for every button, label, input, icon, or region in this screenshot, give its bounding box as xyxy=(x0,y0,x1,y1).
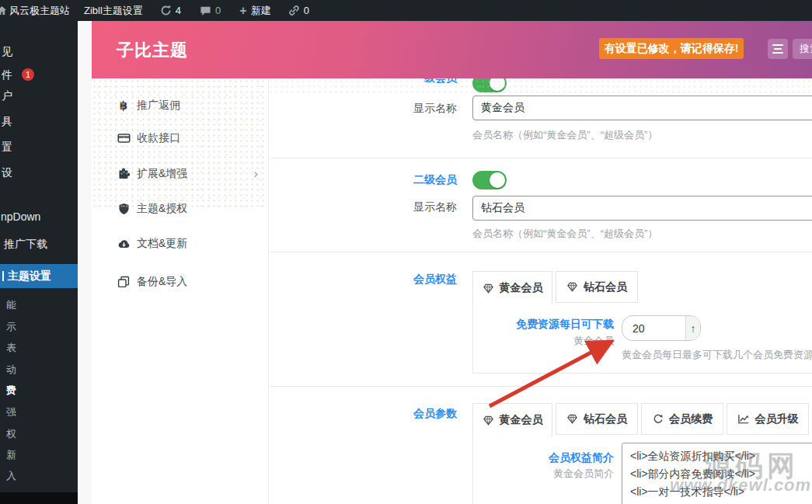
tab-label: 黄金会员 xyxy=(500,281,543,295)
intro-label: 会员权益简介 xyxy=(482,451,614,465)
sidebar-item-zibll-theme-settings-active[interactable]: 主题设置 xyxy=(0,264,78,288)
intro-sublabel: 黄金会员简介 xyxy=(482,467,614,481)
adminbar-links[interactable]: 0 xyxy=(281,0,316,21)
tier2-name-input[interactable] xyxy=(472,196,812,221)
submenu-item-display[interactable]: 示 xyxy=(6,320,16,334)
chevron-right-icon: › xyxy=(253,169,258,179)
sidebar-item-npdown[interactable]: npDown xyxy=(1,210,40,223)
section-divider xyxy=(270,158,812,158)
tab-label: 会员续费 xyxy=(669,412,713,426)
menu-label: 扩展&增强 xyxy=(137,167,187,181)
tab-rights-gold[interactable]: 黄金会员 xyxy=(472,271,552,304)
tier2-toggle[interactable] xyxy=(472,171,507,189)
menu-label: 推广返佣 xyxy=(137,99,180,113)
menu-label: 主题&授权 xyxy=(137,202,187,216)
menu-list-button[interactable] xyxy=(768,39,788,59)
new-label: 新建 xyxy=(251,4,271,18)
cloud-download-icon xyxy=(117,238,131,250)
wp-admin-bar: 风云极主题站 Zibll主题设置 4 0 + 新建 0 xyxy=(0,0,812,21)
zibll-theme-settings-page: 见 件 1 户 具 置 设 npDown 推广下载 商城 主题设置 能 示 表 … xyxy=(0,0,812,504)
sidebar-item-settings[interactable]: 置 xyxy=(2,141,12,155)
wp-admin-sidebar: 见 件 1 户 具 置 设 npDown 推广下载 商城 主题设置 能 示 表 … xyxy=(0,21,78,504)
list-icon xyxy=(772,52,783,54)
plus-icon: + xyxy=(239,4,246,18)
adminbar-new[interactable]: + 新建 xyxy=(232,0,277,21)
stepper-up-button[interactable]: ↑ xyxy=(685,316,700,340)
page-title: 子比主题 xyxy=(117,39,188,62)
submenu-item-update[interactable]: 新 xyxy=(6,448,16,462)
submenu-item-payment-active[interactable]: 费 xyxy=(6,384,16,398)
bitcoin-icon: ฿ xyxy=(117,99,131,113)
tier2-label: 二级会员 xyxy=(348,173,457,187)
adminbar-zibll-settings[interactable]: Zibll主题设置 xyxy=(77,0,150,21)
update-icon xyxy=(160,5,172,16)
update-count: 4 xyxy=(176,5,181,16)
sidebar-bottom-strip xyxy=(0,492,78,504)
menu-label: 备份&导入 xyxy=(137,275,187,289)
tier1-name-label: 显示名称 xyxy=(348,102,457,116)
tab-params-upgrade[interactable]: 会员升级 xyxy=(727,403,809,435)
submenu-item-list[interactable]: 表 xyxy=(6,341,16,355)
tier2-name-label: 显示名称 xyxy=(348,200,457,214)
rights-section-label: 会员权益 xyxy=(348,273,457,287)
tab-label: 会员升级 xyxy=(755,412,799,426)
tab-rights-diamond[interactable]: 钻石会员 xyxy=(556,271,638,303)
annotation-arrow xyxy=(466,322,637,419)
active-menu-label: 主题设置 xyxy=(8,269,51,283)
menu-item-extensions[interactable]: 扩展&增强 › xyxy=(92,161,267,187)
menu-item-commission[interactable]: ฿ 推广返佣 xyxy=(92,92,267,119)
link-count: 0 xyxy=(304,5,309,16)
sidebar-item-plugin1[interactable]: 设 xyxy=(2,166,12,180)
card-icon xyxy=(117,132,131,144)
tier1-name-input[interactable] xyxy=(472,96,812,120)
save-notice-button[interactable]: 有设置已修改，请记得保存! xyxy=(599,38,744,59)
admin-content-gap xyxy=(78,21,92,504)
home-icon xyxy=(0,5,7,16)
list-icon xyxy=(772,44,783,46)
submenu-item-features[interactable]: 能 xyxy=(6,298,16,312)
backup-icon xyxy=(117,276,131,288)
comment-icon xyxy=(200,5,211,16)
comment-count: 0 xyxy=(215,5,221,16)
menu-label: 文档&更新 xyxy=(137,237,187,251)
menu-item-license[interactable]: 主题&授权 xyxy=(92,196,267,222)
menu-label: 收款接口 xyxy=(137,131,180,145)
menu-item-backup-import[interactable]: 备份&导入 xyxy=(92,269,267,295)
tier2-help-text: 会员名称（例如“黄金会员”、“超级会员”） xyxy=(472,227,812,241)
submenu-item-interaction[interactable]: 动 xyxy=(6,363,16,377)
plugin-update-badge: 1 xyxy=(22,68,34,81)
daily-download-help: 黄金会员每日最多可下载几个会员免费资源 xyxy=(622,348,812,362)
menu-item-payment-api[interactable]: 收款接口 xyxy=(92,125,267,151)
submenu-item-enhance[interactable]: 强 xyxy=(6,405,16,419)
link-icon xyxy=(288,5,300,16)
params-panel-border xyxy=(472,436,473,504)
tab-params-renew[interactable]: 会员续费 xyxy=(641,403,723,435)
toggle-knob xyxy=(490,172,505,188)
sidebar-item-users[interactable]: 户 xyxy=(2,89,12,103)
adminbar-comments[interactable]: 0 xyxy=(193,0,228,21)
tier1-help-text: 会员名称（例如“黄金会员”、“超级会员”） xyxy=(472,128,812,142)
theme-settings-menu: ฿ 推广返佣 收款接口 扩展&增强 › 主题&授权 文档&更新 xyxy=(92,78,269,504)
list-icon xyxy=(774,48,782,50)
search-button[interactable]: 搜索 xyxy=(793,39,812,59)
params-section-label: 会员参数 xyxy=(348,407,457,421)
watermark-url: www.dkewl.com xyxy=(670,475,811,495)
sidebar-item-promo-download[interactable]: 推广下载 xyxy=(4,238,47,252)
partial-glyph xyxy=(2,271,4,281)
section-divider xyxy=(270,252,812,252)
menu-item-docs-update[interactable]: 文档&更新 xyxy=(92,231,267,257)
extension-icon xyxy=(117,168,131,180)
sidebar-item-tools[interactable]: 具 xyxy=(2,115,12,129)
tab-label: 钻石会员 xyxy=(584,280,627,294)
sidebar-item-appearance[interactable]: 见 xyxy=(2,45,12,59)
gem-icon xyxy=(566,281,578,293)
theme-header: 子比主题 有设置已修改，请记得保存! 搜索 xyxy=(92,21,812,78)
submenu-item-import[interactable]: 入 xyxy=(6,469,16,483)
renew-icon xyxy=(652,413,664,425)
upgrade-chart-icon xyxy=(737,413,750,425)
sidebar-item-plugins[interactable]: 件 xyxy=(2,68,12,82)
adminbar-updates[interactable]: 4 xyxy=(153,0,188,21)
arrow-up-icon: ↑ xyxy=(691,322,696,335)
submenu-item-license[interactable]: 权 xyxy=(6,427,16,441)
adminbar-site-name[interactable]: 风云极主题站 xyxy=(7,0,77,21)
